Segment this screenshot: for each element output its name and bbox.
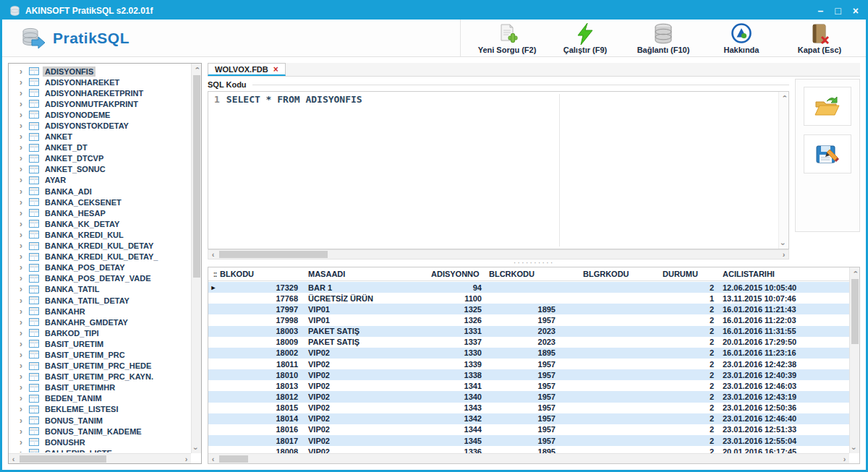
table-row[interactable]: 18002 VIP02 1330 1895 2 16.01.2016 11:23… — [208, 348, 849, 359]
editor-horizontal-scrollbar[interactable]: ‹ › — [208, 249, 789, 259]
scroll-up-icon[interactable]: › — [192, 64, 201, 73]
tree-item[interactable]: › BONUS_TANIM_KADEME — [10, 426, 190, 437]
scrollbar-thumb[interactable] — [219, 251, 328, 258]
splitter-handle[interactable]: ·········· — [208, 259, 860, 267]
tree-item[interactable]: › ADISYONFIS — [10, 66, 190, 77]
tree-item[interactable]: › ADISYONMUTFAKPRINT — [10, 98, 190, 109]
tree-item[interactable]: › BASIT_URETIM — [10, 338, 190, 349]
tree-item[interactable]: › BANKA_POS_DETAY_VADE — [10, 273, 190, 284]
table-row[interactable]: 17768 ÜCRETSİZ ÜRÜN 1100 1 13.11.2015 10… — [208, 293, 849, 304]
chevron-right-icon[interactable]: › — [20, 405, 25, 413]
editor-vertical-scrollbar[interactable]: › › — [778, 92, 788, 249]
scroll-down-icon[interactable]: › — [779, 239, 788, 249]
about-button[interactable]: Hakkında — [702, 21, 780, 56]
chevron-right-icon[interactable]: › — [20, 241, 25, 250]
chevron-right-icon[interactable]: › — [20, 427, 25, 436]
table-row[interactable]: 18010 VIP02 1338 1957 2 23.01.2016 12:40… — [208, 369, 849, 380]
column-header-blcrkodu[interactable]: BLCRKODU — [486, 270, 580, 278]
table-row[interactable]: 17998 VIP01 1326 1957 2 16.01.2016 11:22… — [208, 314, 849, 325]
table-row[interactable]: 18013 VIP02 1341 1957 2 23.01.2016 12:46… — [208, 380, 849, 391]
table-row[interactable]: ► 17329 BAR 1 94 2 12.06.2015 10:05:40 — [208, 282, 849, 293]
table-row[interactable]: 18003 PAKET SATIŞ 1331 2023 2 16.01.2016… — [208, 326, 849, 337]
tree-item[interactable]: › BANKA_ADI — [10, 186, 190, 197]
table-row[interactable]: 18008 VIP02 1336 1895 2 20.01.2016 16:17… — [208, 446, 849, 453]
run-button[interactable]: Çalıştır (F9) — [546, 21, 624, 56]
chevron-right-icon[interactable]: › — [20, 187, 25, 196]
tree-item[interactable]: › BANKA_TATIL — [10, 284, 190, 295]
new-query-button[interactable]: Yeni Sorgu (F2) — [468, 21, 546, 56]
open-sql-file-button[interactable] — [804, 87, 851, 126]
chevron-right-icon[interactable]: › — [20, 198, 25, 207]
tab-close-icon[interactable]: × — [273, 64, 278, 74]
grid-horizontal-scrollbar[interactable]: ‹ › — [208, 453, 849, 463]
chevron-right-icon[interactable]: › — [20, 340, 25, 348]
save-sql-file-button[interactable] — [804, 134, 851, 173]
tree-item[interactable]: › BEDEN_TANIM — [10, 393, 190, 404]
chevron-right-icon[interactable]: › — [20, 263, 25, 272]
chevron-right-icon[interactable]: › — [20, 111, 25, 119]
tree-item[interactable]: › ANKET_SONUC — [10, 164, 190, 175]
tree-item[interactable]: › BANKAHR_GMDETAY — [10, 317, 190, 327]
tree-item[interactable]: › ANKET_DTCVP — [10, 153, 190, 164]
tree-item[interactable]: › BONUSHR — [10, 437, 190, 447]
scroll-right-icon[interactable]: › — [779, 250, 788, 259]
table-row[interactable]: 18012 VIP02 1340 1957 2 23.01.2016 12:43… — [208, 391, 849, 402]
chevron-right-icon[interactable]: › — [20, 252, 25, 261]
tree-item[interactable]: › BANKA_KREDI_KUL — [10, 229, 190, 240]
scrollbar-thumb[interactable] — [219, 455, 248, 463]
sql-editor[interactable]: 1SELECT * FROM ADISYONFIS › › — [208, 91, 789, 249]
chevron-right-icon[interactable]: › — [20, 143, 25, 152]
table-row[interactable]: 18015 VIP02 1343 1957 2 23.01.2016 12:50… — [208, 403, 849, 413]
tree-item[interactable]: › BARKOD_TIPI — [10, 327, 190, 338]
column-header-masaadi[interactable]: MASAADI — [305, 270, 428, 278]
table-row[interactable]: 18011 VIP02 1339 1957 2 23.01.2016 12:42… — [208, 359, 849, 369]
tree-item[interactable]: › BANKA_TATIL_DETAY — [10, 295, 190, 306]
chevron-right-icon[interactable]: › — [20, 67, 25, 76]
scroll-left-icon[interactable]: ‹ — [9, 454, 18, 463]
table-row[interactable]: 18014 VIP02 1342 1957 2 23.01.2016 12:46… — [208, 413, 849, 424]
scroll-down-icon[interactable]: › — [192, 444, 201, 453]
scrollbar-thumb[interactable] — [20, 455, 106, 463]
chevron-right-icon[interactable]: › — [20, 318, 25, 327]
chevron-right-icon[interactable]: › — [20, 351, 25, 359]
chevron-right-icon[interactable]: › — [20, 154, 25, 163]
scroll-right-icon[interactable]: › — [840, 454, 849, 463]
chevron-right-icon[interactable]: › — [20, 329, 25, 338]
tree-item[interactable]: › ADISYONHAREKETPRINT — [10, 87, 190, 98]
tree-item[interactable]: › BASIT_URETIMHR — [10, 382, 190, 393]
scroll-up-icon[interactable]: › — [850, 267, 859, 277]
maximize-button[interactable]: □ — [835, 6, 841, 16]
tree-item[interactable]: › ANKET — [10, 132, 190, 142]
column-header-durumu[interactable]: DURUMU — [660, 270, 716, 278]
tree-item[interactable]: › BASIT_URETIM_PRC_HEDE — [10, 361, 190, 372]
minimize-button[interactable]: – — [818, 6, 824, 16]
tree-item[interactable]: › BANKA_KREDI_KUL_DETAY — [10, 241, 190, 252]
tree-item[interactable]: › ADISYONHAREKET — [10, 77, 190, 87]
tree-vertical-scrollbar[interactable]: › › — [191, 64, 201, 453]
column-header-adisyonno[interactable]: ADISYONNO — [428, 270, 486, 278]
tree-horizontal-scrollbar[interactable]: ‹ › — [9, 453, 191, 463]
tree-item[interactable]: › ADISYONSTOKDETAY — [10, 120, 190, 131]
tree-item[interactable]: › BANKA_HESAP — [10, 207, 190, 218]
chevron-right-icon[interactable]: › — [20, 296, 25, 305]
close-button[interactable]: × — [853, 6, 859, 16]
tree-item[interactable]: › BANKAHR — [10, 306, 190, 317]
scroll-left-icon[interactable]: ‹ — [208, 454, 218, 463]
scrollbar-thumb[interactable] — [851, 279, 859, 344]
column-header-blkodu[interactable]: BLKODU — [218, 270, 305, 278]
scroll-up-icon[interactable]: › — [779, 92, 788, 101]
chevron-right-icon[interactable]: › — [20, 416, 25, 425]
column-header-blgrkodu[interactable]: BLGRKODU — [580, 270, 660, 278]
chevron-right-icon[interactable]: › — [20, 176, 25, 184]
tree-item[interactable]: › BANKA_POS_DETAY — [10, 262, 190, 273]
scroll-right-icon[interactable]: › — [182, 454, 191, 463]
tab-wolvox-fdb[interactable]: WOLVOX.FDB × — [208, 63, 286, 76]
chevron-right-icon[interactable]: › — [20, 78, 25, 87]
chevron-right-icon[interactable]: › — [20, 383, 25, 392]
tree-item[interactable]: › BANKA_CEKSENET — [10, 197, 190, 207]
tree-item[interactable]: › BEKLEME_LISTESI — [10, 404, 190, 415]
scroll-left-icon[interactable]: ‹ — [208, 250, 218, 259]
chevron-right-icon[interactable]: › — [20, 132, 25, 141]
scroll-down-icon[interactable]: › — [850, 444, 859, 453]
chevron-right-icon[interactable]: › — [20, 394, 25, 403]
